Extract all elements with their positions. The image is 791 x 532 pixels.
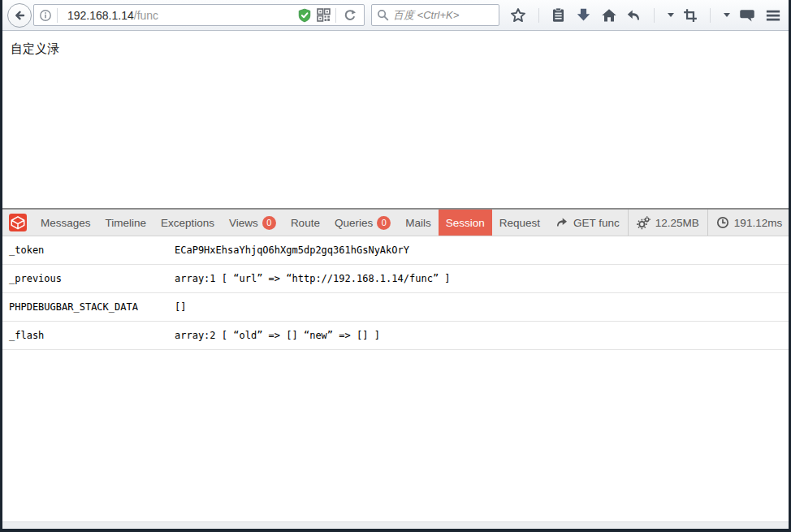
debugbar-tab-timeline[interactable]: Timeline bbox=[98, 210, 154, 236]
debugbar-tab-exceptions[interactable]: Exceptions bbox=[153, 210, 222, 236]
tab-label: Timeline bbox=[106, 217, 147, 229]
search-icon bbox=[377, 9, 389, 21]
toolbar-divider bbox=[710, 8, 711, 23]
count-badge: 0 bbox=[377, 216, 391, 230]
debugbar-tab-queries[interactable]: Queries0 bbox=[327, 210, 398, 236]
urlbar-divider bbox=[335, 8, 336, 23]
session-panel: _tokenECaP9HxEhsaYhjqO6hXgm5dp2gq361hGsN… bbox=[2, 236, 789, 521]
indicator-label: 12.25MB bbox=[655, 217, 699, 229]
session-row: _previousarray:1 [ “url” => “http://192.… bbox=[2, 265, 789, 293]
debugbar-tab-request[interactable]: Request bbox=[492, 210, 547, 236]
indicator-label: 191.12ms bbox=[734, 217, 782, 229]
download-arrow-icon bbox=[576, 7, 591, 23]
debugbar-indicator[interactable]: 191.12ms bbox=[707, 210, 790, 236]
crop-icon bbox=[683, 8, 698, 23]
debugbar: MessagesTimelineExceptionsViews0RouteQue… bbox=[2, 208, 789, 521]
toolbar-divider bbox=[538, 8, 539, 23]
debugbar-tab-views[interactable]: Views0 bbox=[222, 210, 283, 236]
reload-button[interactable] bbox=[341, 7, 359, 24]
bookmarks-menu-button[interactable] bbox=[548, 6, 568, 24]
home-button[interactable] bbox=[599, 6, 620, 25]
back-arrow-icon bbox=[13, 9, 26, 22]
session-key: _previous bbox=[2, 273, 175, 284]
session-key: _flash bbox=[2, 330, 175, 341]
undo-button[interactable] bbox=[624, 6, 644, 24]
browser-toolbar: 192.168.1.14/func bbox=[2, 0, 789, 31]
indicator-label: GET func bbox=[573, 217, 620, 229]
redirect-icon bbox=[555, 216, 568, 229]
urlbar-divider bbox=[57, 8, 58, 23]
bookmark-star-button[interactable] bbox=[508, 6, 529, 25]
toolbar-divider bbox=[654, 8, 655, 23]
session-value: [] bbox=[175, 301, 789, 313]
chat-button[interactable] bbox=[737, 6, 758, 25]
debugbar-tab-route[interactable]: Route bbox=[283, 210, 327, 236]
tab-label: Queries bbox=[335, 217, 373, 229]
session-value: ECaP9HxEhsaYhjqO6hXgm5dp2gq361hGsNyAkOrY bbox=[175, 244, 789, 256]
adblock-shield-icon[interactable] bbox=[297, 8, 312, 23]
count-badge: 0 bbox=[262, 216, 276, 230]
tab-label: Messages bbox=[41, 217, 91, 229]
window-bottom-strip bbox=[2, 521, 789, 529]
debugbar-indicator[interactable]: 12.25MB bbox=[628, 210, 707, 236]
chevron-down-icon bbox=[668, 13, 674, 17]
debugbar-tab-messages[interactable]: Messages bbox=[33, 210, 98, 236]
laravel-logo-icon[interactable] bbox=[9, 214, 27, 231]
hamburger-icon bbox=[765, 7, 781, 24]
session-key: PHPDEBUGBAR_STACK_DATA bbox=[2, 301, 175, 313]
search-bar[interactable] bbox=[371, 4, 499, 26]
url-bar[interactable]: 192.168.1.14/func bbox=[33, 4, 365, 26]
chat-bubble-icon bbox=[739, 7, 755, 24]
window-bottom-edge bbox=[2, 529, 789, 532]
tab-label: Route bbox=[291, 217, 320, 229]
tab-label: Exceptions bbox=[161, 217, 214, 229]
page-text: 自定义渌 bbox=[11, 41, 780, 57]
memory-icon bbox=[637, 216, 651, 230]
browser-window: 192.168.1.14/func bbox=[0, 0, 791, 532]
time-icon bbox=[716, 216, 729, 229]
menu-button[interactable] bbox=[763, 6, 784, 25]
crop-dropdown-button[interactable] bbox=[720, 11, 733, 19]
session-key: _token bbox=[2, 244, 175, 256]
url-host: 192.168.1.14 bbox=[67, 9, 134, 22]
session-row: _flasharray:2 [ “old” => [] “new” => [] … bbox=[2, 322, 789, 350]
toolbar-buttons bbox=[508, 6, 784, 25]
session-value: array:2 [ “old” => [] “new” => [] ] bbox=[175, 330, 789, 341]
undo-dropdown-button[interactable] bbox=[664, 11, 676, 19]
debugbar-tab-session[interactable]: Session bbox=[439, 210, 492, 236]
page-content: 自定义渌 bbox=[2, 31, 789, 208]
qr-code-icon[interactable] bbox=[317, 8, 331, 22]
debugbar-indicator[interactable]: GET func bbox=[547, 210, 628, 236]
screenshot-crop-button[interactable] bbox=[681, 6, 700, 24]
star-icon bbox=[510, 7, 526, 24]
tab-label: Session bbox=[446, 217, 485, 229]
search-input[interactable] bbox=[393, 9, 494, 21]
clipboard-icon bbox=[551, 7, 566, 23]
back-button[interactable] bbox=[7, 3, 32, 28]
tab-label: Request bbox=[499, 217, 540, 229]
site-info-icon[interactable] bbox=[39, 9, 52, 22]
reload-icon bbox=[344, 9, 357, 22]
session-row: PHPDEBUGBAR_STACK_DATA[] bbox=[2, 293, 789, 322]
tab-label: Mails bbox=[405, 217, 431, 229]
chevron-down-icon bbox=[724, 13, 730, 17]
tab-label: Views bbox=[229, 217, 258, 229]
url-path: /func bbox=[134, 9, 158, 22]
home-icon bbox=[601, 7, 617, 24]
session-row: _tokenECaP9HxEhsaYhjqO6hXgm5dp2gq361hGsN… bbox=[2, 236, 789, 265]
downloads-button[interactable] bbox=[573, 6, 594, 24]
debugbar-header: MessagesTimelineExceptionsViews0RouteQue… bbox=[2, 210, 789, 236]
debugbar-tab-mails[interactable]: Mails bbox=[398, 210, 439, 236]
session-value: array:1 [ “url” => “http://192.168.1.14/… bbox=[175, 273, 789, 284]
undo-arrow-icon bbox=[626, 7, 642, 23]
